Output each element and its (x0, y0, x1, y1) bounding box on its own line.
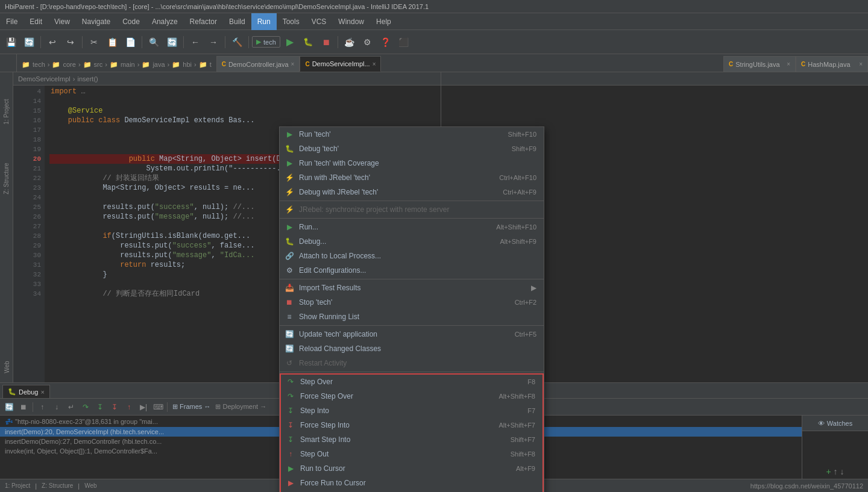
menu-run-coverage[interactable]: ▶ Run 'tech' with Coverage (280, 156, 544, 170)
menu-step-out[interactable]: ↑ Step Out Shift+F8 (281, 447, 542, 461)
menu-run[interactable]: Run (251, 13, 277, 30)
menu-debug-jrebel[interactable]: ⚡ Debug with JRebel 'tech' Ctrl+Alt+F9 (280, 185, 544, 199)
tab-democontroller[interactable]: C DemoController.java × (216, 56, 300, 72)
toolbar-cut[interactable]: ✂ (86, 34, 102, 51)
menu-code[interactable]: Code (116, 13, 146, 30)
tab-hashmap[interactable]: C HashMap.java × (796, 56, 868, 72)
menu-smart-step-into[interactable]: ↧ Smart Step Into Shift+F7 (281, 432, 542, 447)
menu-stop[interactable]: ⏹ Stop 'tech' Ctrl+F2 (280, 295, 544, 310)
status-web: Web (84, 482, 96, 489)
web-sidebar[interactable]: Web (0, 364, 13, 370)
watches-header[interactable]: 👁 Watches (802, 416, 868, 431)
menu-attach[interactable]: 🔗 Attach to Local Process... (280, 249, 544, 263)
menu-run-dots[interactable]: ▶ Run... Alt+Shift+F10 (280, 220, 544, 234)
menu-force-run-cursor[interactable]: ▶ Force Run to Cursor (281, 476, 542, 490)
toolbar-replace[interactable]: 🔄 (163, 34, 180, 51)
toolbar-debug[interactable]: 🐛 (300, 34, 316, 51)
debug-deployment-tab[interactable]: ⊞ Deployment → (215, 403, 266, 411)
tab-close-hashmap[interactable]: × (859, 61, 863, 67)
watches-add-btn[interactable]: + (826, 467, 831, 476)
force-step-into-shortcut: Alt+Shift+F7 (498, 422, 535, 429)
sep4 (280, 325, 544, 326)
menu-reload[interactable]: 🔄 Reload Changed Classes (280, 341, 544, 356)
sidebar-structure-label[interactable]: Z: Structure (3, 163, 10, 194)
toolbar-back[interactable]: ← (187, 34, 204, 51)
menu-file[interactable]: File (0, 13, 24, 30)
toolbar-sep6 (248, 36, 249, 48)
run-dots-icon: ▶ (285, 222, 294, 232)
menu-build[interactable]: Build (223, 13, 251, 30)
restart-icon: ↺ (285, 358, 294, 368)
debug-run-cursor-btn[interactable]: ▶| (137, 400, 150, 414)
menu-vcs[interactable]: VCS (306, 13, 333, 30)
menu-help[interactable]: Help (370, 13, 397, 30)
src-label: src (94, 61, 103, 68)
menu-run-jrebel[interactable]: ⚡ Run with JRebel 'tech' Ctrl+Alt+F10 (280, 170, 544, 185)
run-tech-shortcut: Shift+F10 (508, 131, 536, 138)
menu-run-cursor[interactable]: ▶ Run to Cursor Alt+F9 (281, 461, 542, 476)
menu-force-step-over[interactable]: ↷ Force Step Over Alt+Shift+F8 (281, 389, 542, 403)
debug-stop-btn[interactable]: ⏹ (17, 400, 30, 414)
debug-frames-btn[interactable]: ↑ (36, 400, 49, 414)
debug-frames-down-btn[interactable]: ↓ (50, 400, 63, 414)
toolbar-help[interactable]: ❓ (377, 34, 394, 51)
sidebar-project-label[interactable]: 1: Project (3, 99, 10, 124)
tab-stringutils[interactable]: C StringUtils.java × (723, 56, 796, 72)
toolbar-redo[interactable]: ↪ (62, 34, 79, 51)
watches-down-btn[interactable]: ↓ (840, 467, 844, 476)
toolbar-run[interactable]: ▶ (281, 34, 298, 51)
menu-step-over[interactable]: ↷ Step Over F8 (281, 375, 542, 389)
tab-close-stringutils[interactable]: × (787, 61, 790, 67)
debug-step-over-btn[interactable]: ↷ (79, 400, 92, 414)
toolbar-paste[interactable]: 📄 (122, 34, 139, 51)
debug-evaluate-btn[interactable]: ⌨ (151, 400, 165, 414)
toolbar-copy[interactable]: 📋 (104, 34, 121, 51)
status-right: https://blog.csdn.net/weixin_45770112 (746, 482, 868, 490)
menu-show-running[interactable]: ≡ Show Running List (280, 310, 544, 324)
status-project: 1: Project (5, 482, 30, 489)
menu-navigate[interactable]: Navigate (76, 13, 116, 30)
tab-close-demoserviceimpl[interactable]: × (373, 61, 376, 67)
menu-analyze[interactable]: Analyze (146, 13, 184, 30)
toolbar-sdk[interactable]: ☕ (341, 34, 358, 51)
menu-debug-dots[interactable]: 🐛 Debug... Alt+Shift+F9 (280, 234, 544, 249)
menu-view[interactable]: View (48, 13, 76, 30)
toolbar-terminal[interactable]: ⬛ (395, 34, 412, 51)
menu-force-step-into[interactable]: ↧ Force Step Into Alt+Shift+F7 (281, 418, 542, 432)
menu-edit-config[interactable]: ⚙ Edit Configurations... (280, 263, 544, 278)
menu-window[interactable]: Window (332, 13, 370, 30)
debug-restart-btn[interactable]: 🔄 (2, 400, 16, 414)
toolbar-forward[interactable]: → (205, 34, 222, 51)
toolbar-sep2 (82, 36, 83, 48)
watches-up-btn[interactable]: ↑ (834, 467, 838, 476)
toolbar-save[interactable]: 💾 (2, 34, 19, 51)
debug-tab-close[interactable]: × (40, 388, 44, 396)
toolbar-build[interactable]: 🔨 (228, 34, 245, 51)
menu-import-test[interactable]: 📥 Import Test Results ▶ (280, 281, 544, 295)
debug-tab[interactable]: 🐛 Debug × (2, 385, 50, 398)
debug-step-into-btn[interactable]: ↧ (93, 400, 107, 414)
run-jrebel-shortcut: Ctrl+Alt+F10 (499, 174, 536, 181)
import-test-label: Import Test Results (299, 284, 360, 292)
menu-refactor[interactable]: Refactor (184, 13, 223, 30)
toolbar-stop[interactable]: ⏹ (318, 34, 335, 51)
toolbar-find[interactable]: 🔍 (145, 34, 162, 51)
debug-force-step-into-btn[interactable]: ↧ (108, 400, 121, 414)
menu-step-into[interactable]: ↧ Step Into F7 (281, 403, 542, 418)
tab-demoserviceimpl[interactable]: C DemoServiceImpl... × (300, 56, 381, 72)
toolbar-undo[interactable]: ↩ (44, 34, 61, 51)
toolbar-settings[interactable]: ⚙ (359, 34, 376, 51)
tab-close-democontroller[interactable]: × (291, 61, 295, 67)
menu-run-tech[interactable]: ▶ Run 'tech' Shift+F10 (280, 127, 544, 142)
debug-frames-tab[interactable]: ⊞ Frames ↔ (172, 403, 210, 411)
run-tech-icon: ▶ (285, 129, 294, 139)
menu-update-app[interactable]: 🔄 Update 'tech' application Ctrl+F5 (280, 327, 544, 341)
edit-config-icon: ⚙ (285, 266, 294, 275)
debug-frames-left-btn[interactable]: ↵ (64, 400, 78, 414)
run-config-selector[interactable]: ▶ tech (252, 36, 280, 48)
menu-debug-tech[interactable]: 🐛 Debug 'tech' Shift+F9 (280, 142, 544, 156)
menu-tools[interactable]: Tools (277, 13, 306, 30)
menu-edit[interactable]: Edit (24, 13, 48, 30)
toolbar-sync[interactable]: 🔄 (20, 34, 37, 51)
debug-step-out-btn[interactable]: ↑ (122, 400, 136, 414)
